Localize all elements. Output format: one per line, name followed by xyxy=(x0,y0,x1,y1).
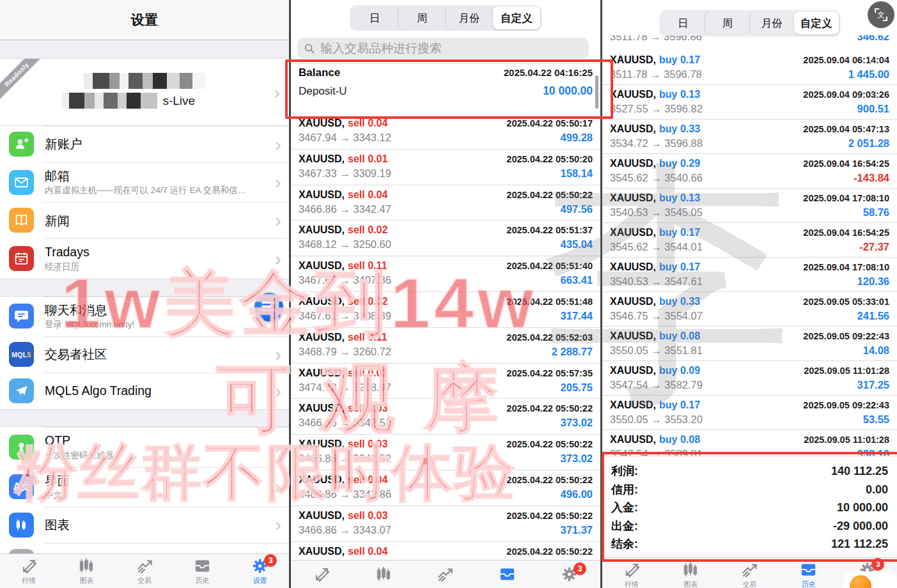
trade-row[interactable]: XAUUSD, buy 0.17 2025.09.04 16:54:25 354… xyxy=(602,223,897,258)
tab-bar-item[interactable]: 行情 xyxy=(602,558,661,588)
trade-profit: 496.00 xyxy=(561,488,593,500)
settings-menu-item[interactable]: 聊天和消息 登录 MQL5.community! › xyxy=(0,297,289,336)
tab-bar-item[interactable]: 交易 xyxy=(116,554,173,588)
notification-badge: 3 xyxy=(871,558,884,571)
trade-row[interactable]: XAUUSD, buy 0.17 2025.09.05 09:22:43 355… xyxy=(602,396,897,430)
tab-bar-item[interactable] xyxy=(476,561,538,588)
trade-symbol: XAUUSD, xyxy=(299,296,345,307)
panel-divider xyxy=(600,0,602,588)
search-input[interactable]: 输入交易品种进行搜索 xyxy=(297,38,589,59)
chevron-right-icon: › xyxy=(275,249,281,268)
chevron-right-icon: › xyxy=(275,515,281,534)
settings-menu-item[interactable]: A文 界面 中文 › xyxy=(0,467,289,507)
trade-row[interactable]: XAUUSD, sell 0.04 2025.04.22 05:50:22 34… xyxy=(291,185,600,221)
trade-row[interactable]: XAUUSD, sell 0.04 2025.04.22 05:50:17 34… xyxy=(291,114,600,150)
settings-menu-item[interactable]: 新闻 › xyxy=(0,202,289,238)
trade-row[interactable]: XAUUSD, sell 0.01 2025.04.22 05:50:20 34… xyxy=(291,150,600,185)
trade-profit: 663.41 xyxy=(561,274,593,286)
trade-side: sell 0.03 xyxy=(348,510,387,522)
period-segmented-control: 日周月份自定义 xyxy=(660,10,840,36)
summary-row: 信用: 0.00 xyxy=(611,481,888,499)
summary-value: 0.00 xyxy=(866,481,888,499)
trade-row[interactable]: XAUUSD, sell 0.02 2025.04.22 05:51:48 34… xyxy=(291,292,600,328)
trade-datetime: 2025.09.04 05:47:13 xyxy=(803,124,889,134)
chat-float-button[interactable] xyxy=(254,293,283,321)
account-card[interactable]: Readonly s-Live › xyxy=(0,59,289,126)
trade-symbol: XAUUSD, xyxy=(299,438,345,450)
trade-profit: 1 445.00 xyxy=(848,68,889,81)
trade-row[interactable]: XAUUSD, buy 0.29 2025.09.04 16:54:25 354… xyxy=(602,154,897,189)
trade-row[interactable]: XAUUSD, buy 0.13 2025.09.04 09:03:26 352… xyxy=(602,85,897,120)
trade-row[interactable]: XAUUSD, buy 0.08 2025.09.05 09:22:43 355… xyxy=(602,327,897,361)
trade-prices: 3527.55 → 3596.82 xyxy=(610,103,703,115)
period-tab[interactable]: 自定义 xyxy=(493,6,540,29)
period-tab[interactable]: 自定义 xyxy=(794,12,839,35)
balance-row[interactable]: Balance 2025.04.22 04:16:25 Deposit-U 10… xyxy=(291,63,600,113)
period-tab[interactable]: 月份 xyxy=(750,12,795,35)
trade-row[interactable]: XAUUSD, buy 0.33 2025.09.05 05:33:01 354… xyxy=(602,292,897,327)
tab-bar-item[interactable] xyxy=(291,561,353,588)
trade-row[interactable]: XAUUSD, buy 0.09 2025.09.05 11:01:28 354… xyxy=(602,361,897,396)
trade-prices: 3468.79 → 3260.72 xyxy=(299,346,391,358)
trade-prices: 3474.72 → 3268.97 xyxy=(299,382,391,394)
tab-bar-item[interactable] xyxy=(415,561,477,588)
trade-row[interactable]: XAUUSD, buy 0.13 2025.09.04 17:08:10 354… xyxy=(602,189,897,223)
trade-row[interactable]: XAUUSD, sell 0.03 2025.04.22 05:50:22 34… xyxy=(291,399,600,435)
tab-bar-item[interactable] xyxy=(353,561,415,588)
trade-datetime: 2025.04.22 05:51:40 xyxy=(506,261,593,271)
trade-row[interactable]: XAUUSD, sell 0.02 2025.04.22 05:51:37 34… xyxy=(291,220,600,256)
trade-row[interactable]: XAUUSD, sell 0.11 2025.04.22 05:52:03 34… xyxy=(291,328,600,364)
tab-bar-item[interactable]: 图表 xyxy=(661,558,720,588)
period-tab[interactable]: 月份 xyxy=(446,6,493,29)
trade-symbol: XAUUSD, xyxy=(299,546,345,557)
trade-row[interactable]: XAUUSD, buy 0.17 2025.09.04 06:14:04 351… xyxy=(602,50,897,85)
trade-datetime: 2025.04.22 05:50:17 xyxy=(506,118,593,128)
trade-row[interactable]: XAUUSD, sell 0.03 2025.04.22 05:50:22 34… xyxy=(291,506,600,542)
trade-row[interactable]: XAUUSD, sell 0.11 2025.04.22 05:51:40 34… xyxy=(291,256,600,292)
screen-translate-button[interactable]: 文 xyxy=(868,1,894,28)
tab-bar-item[interactable]: 行情 xyxy=(0,554,58,588)
trade-symbol: XAUUSD, xyxy=(299,510,345,522)
trade-profit: 499.28 xyxy=(561,132,593,144)
trade-history-list: XAUUSD, sell 0.04 2025.04.22 05:50:17 34… xyxy=(291,114,600,561)
trade-side: sell 0.01 xyxy=(348,368,387,379)
summary-value: 140 112.25 xyxy=(831,462,888,481)
trade-row[interactable]: XAUUSD, buy 0.17 2025.09.04 17:08:10 354… xyxy=(602,258,897,292)
trade-datetime: 2025.09.05 09:22:43 xyxy=(803,331,889,341)
tab-bar-item[interactable]: 历史 xyxy=(173,554,231,588)
tab-bar-item[interactable]: 3 设置 xyxy=(231,554,289,588)
period-tab[interactable]: 日 xyxy=(351,6,398,29)
trade-side: buy 0.13 xyxy=(659,192,700,204)
settings-menu-item[interactable]: 新账户 › xyxy=(0,126,289,162)
settings-menu-group-2: 聊天和消息 登录 MQL5.community! › MQL5 交易者社区 › … xyxy=(0,297,289,409)
trade-row[interactable]: XAUUSD, buy 0.33 2025.09.04 05:47:13 353… xyxy=(602,120,897,154)
trade-row[interactable]: XAUUSD, sell 0.03 2025.04.22 05:50:22 34… xyxy=(291,435,600,470)
chevron-right-icon: › xyxy=(275,382,281,401)
settings-menu-item[interactable]: 邮箱 内置虚拟主机——现在可以 24/7 运行 EA 交易和信号 -... › xyxy=(0,162,289,202)
trade-datetime: 2025.04.22 05:51:37 xyxy=(506,225,593,235)
period-tab[interactable]: 日 xyxy=(661,12,706,35)
scrollbar-thumb[interactable] xyxy=(595,75,598,109)
period-tab[interactable]: 周 xyxy=(398,6,446,29)
trade-row[interactable]: XAUUSD, sell 0.01 2025.04.22 05:57:35 34… xyxy=(291,364,600,399)
chevron-right-icon: › xyxy=(275,173,281,192)
settings-menu-item[interactable]: MQL5 交易者社区 › xyxy=(0,336,289,373)
account-name-redacted: s-Live xyxy=(61,73,228,109)
tab-bar-item[interactable]: 历史 xyxy=(779,558,838,588)
settings-menu-item[interactable]: Tradays 经济日历 › xyxy=(0,238,289,278)
chevron-right-icon: › xyxy=(275,211,281,230)
trade-side: buy 0.33 xyxy=(659,296,700,307)
tab-bar-item[interactable]: 3 xyxy=(538,561,600,588)
settings-menu-item[interactable]: OTP 一次性密码生成器 › xyxy=(0,427,289,467)
trade-profit: 158.14 xyxy=(561,167,593,180)
trade-profit: 497.56 xyxy=(561,203,593,215)
tab-bar-item[interactable]: 交易 xyxy=(720,558,779,588)
settings-menu-item[interactable]: MQL5 Algo Trading › xyxy=(0,373,289,409)
trade-row[interactable]: XAUUSD, sell 0.04 2025.04.22 05:50:22 34… xyxy=(291,542,600,561)
trade-prices: 3466.86 → 3342.86 xyxy=(299,488,391,500)
tab-bar-item[interactable]: 图表 xyxy=(58,554,115,588)
trade-symbol: XAUUSD, xyxy=(610,192,656,204)
trade-row[interactable]: XAUUSD, sell 0.04 2025.04.22 05:50:22 34… xyxy=(291,470,600,506)
period-tab[interactable]: 周 xyxy=(705,12,750,35)
settings-menu-item[interactable]: 图表 › xyxy=(0,507,289,543)
